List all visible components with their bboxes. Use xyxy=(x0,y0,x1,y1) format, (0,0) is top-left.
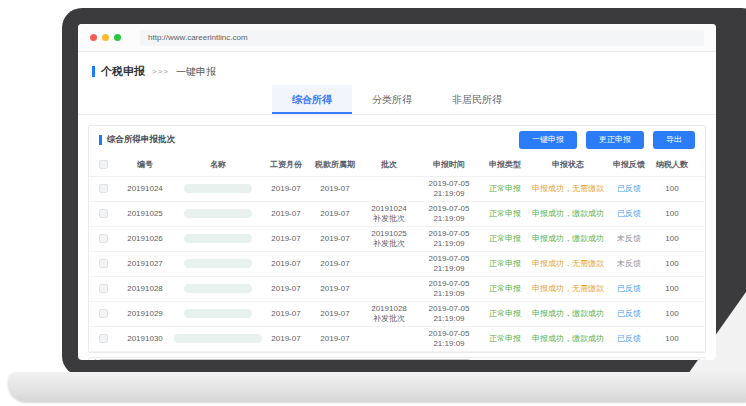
panel-actions: 一键申报更正申报导出 xyxy=(519,131,695,149)
cell-batch xyxy=(361,276,417,301)
button-一键申报[interactable]: 一键申报 xyxy=(519,131,577,149)
cell-declare-type: 正常申报 xyxy=(481,326,529,351)
tab-分类所得[interactable]: 分类所得 xyxy=(352,85,432,114)
cell-overflow: 11 xyxy=(693,276,705,301)
cell-name xyxy=(173,226,263,251)
cell-batch xyxy=(361,251,417,276)
window-close-icon[interactable] xyxy=(90,34,97,41)
row-checkbox[interactable] xyxy=(99,184,108,193)
row-checkbox[interactable] xyxy=(99,284,108,293)
column-header-0 xyxy=(89,154,117,176)
scroll-left-icon[interactable]: ◀ xyxy=(89,358,98,361)
column-header-编号: 编号 xyxy=(117,154,173,176)
cell-declare-time: 2019-07-0521:19:09 xyxy=(417,176,481,201)
cell-id: 20191028 xyxy=(117,276,173,301)
cell-declare-type: 正常申报 xyxy=(481,176,529,201)
tab-综合所得[interactable]: 综合所得 xyxy=(272,85,352,114)
cell-id: 20191024 xyxy=(117,176,173,201)
table-row: 201910292019-072019-0720191028补发批次2019-0… xyxy=(89,301,705,326)
cell-taxpayers: 100 xyxy=(651,201,693,226)
cell-batch xyxy=(361,326,417,351)
cell-status: 申报成功，无需缴款 xyxy=(529,176,607,201)
tab-bar: 综合所得分类所得非居民所得 xyxy=(78,85,716,115)
button-导出[interactable]: 导出 xyxy=(653,131,695,149)
browser-toolbar: http://www.careerintlinc.com xyxy=(78,24,716,52)
table-row: 201910282019-072019-072019-07-0521:19:09… xyxy=(89,276,705,301)
column-header-税款所属期: 税款所属期 xyxy=(309,154,361,176)
column-header-11 xyxy=(693,154,705,176)
cell-tax-period: 2019-07 xyxy=(309,251,361,276)
scrollbar-thumb[interactable] xyxy=(99,359,470,361)
cell-salary-month: 2019-07 xyxy=(263,176,309,201)
horizontal-scrollbar[interactable]: ◀ ▶ xyxy=(88,357,706,361)
select-all-checkbox[interactable] xyxy=(99,160,108,169)
cell-name xyxy=(173,326,263,351)
panel-header: 综合所得申报批次 一键申报更正申报导出 xyxy=(89,126,705,154)
cell-feedback: 已反馈 xyxy=(607,276,651,301)
cell-checkbox xyxy=(89,201,117,226)
tab-非居民所得[interactable]: 非居民所得 xyxy=(432,85,522,114)
cell-status: 申报成功，无需缴款 xyxy=(529,251,607,276)
cell-tax-period: 2019-07 xyxy=(309,226,361,251)
row-checkbox[interactable] xyxy=(99,309,108,318)
window-zoom-icon[interactable] xyxy=(114,34,121,41)
cell-salary-month: 2019-07 xyxy=(263,226,309,251)
name-placeholder xyxy=(174,334,262,343)
breadcrumb-page: 一键申报 xyxy=(176,65,216,79)
cell-id: 20191029 xyxy=(117,301,173,326)
column-header-名称: 名称 xyxy=(173,154,263,176)
row-checkbox[interactable] xyxy=(99,234,108,243)
scrollbar-track[interactable] xyxy=(98,358,696,361)
cell-salary-month: 2019-07 xyxy=(263,326,309,351)
cell-batch: 20191024补发批次 xyxy=(361,201,417,226)
cell-batch: 20191025补发批次 xyxy=(361,226,417,251)
batch-table: 编号名称工资月份税款所属期批次申报时间申报类型申报状态申报反馈纳税人数 2019… xyxy=(89,154,705,352)
row-checkbox[interactable] xyxy=(99,259,108,268)
cell-tax-period: 2019-07 xyxy=(309,301,361,326)
cell-id: 20191025 xyxy=(117,201,173,226)
cell-feedback: 已反馈 xyxy=(607,326,651,351)
row-checkbox[interactable] xyxy=(99,209,108,218)
cell-overflow: 11 xyxy=(693,326,705,351)
blue-accent-bar xyxy=(99,135,102,145)
window-minimize-icon[interactable] xyxy=(102,34,109,41)
cell-name xyxy=(173,251,263,276)
url-text: http://www.careerintlinc.com xyxy=(148,33,248,42)
cell-status: 申报成功，缴款成功 xyxy=(529,201,607,226)
cell-feedback: 已反馈 xyxy=(607,176,651,201)
cell-batch: 20191028补发批次 xyxy=(361,301,417,326)
url-bar[interactable]: http://www.careerintlinc.com xyxy=(140,30,704,46)
scroll-right-icon[interactable]: ▶ xyxy=(696,358,705,361)
table-header-row: 编号名称工资月份税款所属期批次申报时间申报类型申报状态申报反馈纳税人数 xyxy=(89,154,705,176)
cell-declare-time: 2019-07-0521:19:09 xyxy=(417,276,481,301)
name-placeholder xyxy=(184,259,252,268)
column-header-申报类型: 申报类型 xyxy=(481,154,529,176)
column-header-纳税人数: 纳税人数 xyxy=(651,154,693,176)
laptop-mockup: http://www.careerintlinc.com 个税申报 >>> 一键… xyxy=(0,0,746,406)
cell-overflow: 11 xyxy=(693,226,705,251)
name-placeholder xyxy=(184,234,252,243)
cell-checkbox xyxy=(89,326,117,351)
column-header-申报状态: 申报状态 xyxy=(529,154,607,176)
column-header-批次: 批次 xyxy=(361,154,417,176)
name-placeholder xyxy=(184,184,252,193)
cell-salary-month: 2019-07 xyxy=(263,201,309,226)
button-更正申报[interactable]: 更正申报 xyxy=(586,131,644,149)
cell-name xyxy=(173,301,263,326)
row-checkbox[interactable] xyxy=(99,334,108,343)
cell-overflow: 11 xyxy=(693,201,705,226)
cell-status: 申报成功，缴款成功 xyxy=(529,301,607,326)
table-row: 201910252019-072019-0720191024补发批次2019-0… xyxy=(89,201,705,226)
cell-name xyxy=(173,276,263,301)
cell-salary-month: 2019-07 xyxy=(263,276,309,301)
column-header-申报时间: 申报时间 xyxy=(417,154,481,176)
cell-declare-time: 2019-07-0521:19:09 xyxy=(417,201,481,226)
cell-feedback: 未反馈 xyxy=(607,251,651,276)
table-row: 201910272019-072019-072019-07-0521:19:09… xyxy=(89,251,705,276)
cell-taxpayers: 100 xyxy=(651,251,693,276)
batch-table-wrapper: 编号名称工资月份税款所属期批次申报时间申报类型申报状态申报反馈纳税人数 2019… xyxy=(89,154,705,352)
cell-declare-type: 正常申报 xyxy=(481,251,529,276)
cell-id: 20191030 xyxy=(117,326,173,351)
cell-taxpayers: 100 xyxy=(651,326,693,351)
cell-overflow: 11 xyxy=(693,301,705,326)
